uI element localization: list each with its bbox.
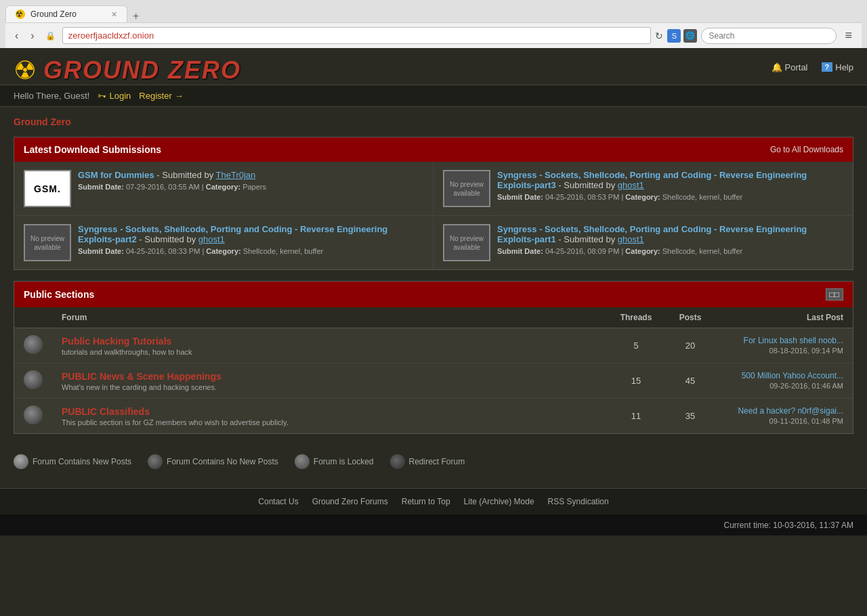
extension-icon-2: 🌐 [683,29,697,43]
forward-button[interactable]: › [26,28,38,43]
download-meta: Submit Date: 07-29-2016, 03:55 AM | Cate… [78,183,423,191]
bottom-bar: Current time: 10-03-2016, 11:37 AM [0,514,867,535]
footer-top-link[interactable]: Return to Top [402,497,450,506]
col-forum-header: Forum [52,307,609,328]
forum-threads-count: 11 [609,399,663,434]
breadcrumb: Ground Zero [14,116,853,127]
browser-menu-button[interactable]: ≡ [841,28,856,43]
forum-name-link[interactable]: PUBLIC News & Scene Happenings [62,371,221,382]
col-last-post-header: Last Post [717,307,853,328]
forum-posts-count: 20 [663,328,717,364]
download-thumbnail: No preview available [443,170,490,207]
last-post-link[interactable]: For Linux bash shell noob... [727,336,843,345]
submitter-name-link[interactable]: ghost1 [618,234,644,244]
login-link[interactable]: 🗝 Login [98,91,131,101]
last-post-date: 09-11-2016, 01:48 PM [769,417,843,425]
downloads-panel: Latest Download Submissions Go to All Do… [14,137,853,270]
forum-desc: tutorials and walkthroughs, how to hack [62,348,599,356]
forum-posts-count: 35 [663,399,717,434]
download-thumbnail: GSM. [24,170,71,207]
browser-tab[interactable]: ☢ Ground Zero ✕ [5,5,127,22]
forum-icon [24,335,43,354]
tab-favicon: ☢ [16,9,25,19]
forum-last-post: 500 Million Yahoo Account... 09-26-2016,… [717,364,853,399]
download-meta: Submit Date: 04-25-2016, 08:09 PM | Cate… [497,247,843,255]
download-submitter: - Submitted by TheTr0jan [156,170,255,180]
browser-search-input[interactable] [701,28,837,44]
public-sections-panel: Public Sections □□ Forum Threads Posts L… [14,281,853,434]
download-info: GSM for Dummies - Submitted by TheTr0jan… [78,170,423,191]
submitter-name-link[interactable]: ghost1 [618,180,644,190]
forum-row: PUBLIC News & Scene Happenings What's ne… [14,364,853,399]
download-item: No preview available Syngress - Sockets,… [434,216,853,269]
no-new-posts-icon [148,454,163,469]
tab-close-button[interactable]: ✕ [111,10,117,19]
download-thumbnail: No preview available [443,224,490,261]
extensions-area: S 🌐 [667,29,697,43]
legend-no-new-posts: Forum Contains No New Posts [148,454,278,469]
download-meta: Submit Date: 04-25-2016, 08:53 PM | Cate… [497,193,843,201]
download-submitter: - Submitted by ghost1 [558,180,643,190]
footer-forums-link[interactable]: Ground Zero Forums [312,497,388,506]
download-info: Syngress - Sockets, Shellcode, Porting a… [497,224,843,255]
download-title-link[interactable]: Syngress - Sockets, Shellcode, Porting a… [78,224,387,244]
new-posts-icon [14,454,28,469]
download-submitter: - Submitted by ghost1 [558,234,643,244]
download-title-link[interactable]: Syngress - Sockets, Shellcode, Porting a… [497,170,807,190]
downloads-grid: GSM. GSM for Dummies - Submitted by TheT… [14,162,853,269]
register-link[interactable]: Register → [139,91,183,101]
download-title-link[interactable]: GSM for Dummies [78,170,154,180]
col-threads-header: Threads [609,307,663,328]
download-item: No preview available Syngress - Sockets,… [14,216,434,269]
address-bar[interactable] [62,27,652,44]
nav-bar: Hello There, Guest! 🗝 Login Register → [0,85,867,107]
forum-name-link[interactable]: Public Hacking Tutorials [62,336,171,347]
forum-icon [24,370,43,389]
header-links: 🔔 Portal ? Help [771,62,853,79]
submitter-name-link[interactable]: TheTr0jan [216,170,256,180]
reload-button[interactable]: ↻ [655,30,663,41]
gsm-logo: GSM. [30,181,65,197]
download-item: No preview available Syngress - Sockets,… [434,162,853,216]
footer-rss-link[interactable]: RSS Syndication [548,497,609,506]
forum-icon [24,405,43,424]
download-info: Syngress - Sockets, Shellcode, Porting a… [497,170,843,201]
forum-legend: Forum Contains New Posts Forum Contains … [14,445,853,479]
bell-icon: 🔔 [771,62,782,72]
download-info: Syngress - Sockets, Shellcode, Porting a… [78,224,423,255]
site-footer: Contact Us Ground Zero Forums Return to … [0,488,867,514]
portal-link[interactable]: 🔔 Portal [771,62,808,72]
extension-icon-1: S [667,29,681,43]
back-button[interactable]: ‹ [11,28,22,43]
footer-archive-link[interactable]: Lite (Archive) Mode [464,497,534,506]
help-link[interactable]: ? Help [822,62,853,72]
forum-last-post: For Linux bash shell noob... 08-18-2016,… [717,328,853,364]
logo-area: ☢ GROUND ZERO [14,56,241,85]
submitter-name-link[interactable]: ghost1 [198,234,225,244]
public-sections-panel-header: Public Sections □□ [14,282,853,307]
legend-new-posts: Forum Contains New Posts [14,454,131,469]
go-to-all-downloads-link[interactable]: Go to All Downloads [770,145,843,154]
forum-desc: What's new in the carding and hacking sc… [62,383,599,391]
forum-name-link[interactable]: PUBLIC Classifieds [62,406,150,417]
footer-contact-link[interactable]: Contact Us [258,497,298,506]
public-sections-title: Public Sections [24,289,94,300]
last-post-date: 09-26-2016, 01:46 AM [769,382,843,390]
radioactive-icon: ☢ [14,58,37,83]
last-post-link[interactable]: Need a hacker? n0rf@sigai... [727,406,843,416]
redirect-icon [390,454,405,469]
current-time: Current time: 10-03-2016, 11:37 AM [724,521,853,530]
tab-title: Ground Zero [30,9,77,19]
lock-icon: 🔒 [43,31,58,41]
forum-row: PUBLIC Classifieds This public section i… [14,399,853,434]
forum-desc: This public section is for GZ members wh… [62,418,599,426]
downloads-panel-header: Latest Download Submissions Go to All Do… [14,137,853,162]
new-tab-button[interactable]: + [127,10,144,22]
collapse-button[interactable]: □□ [826,288,844,301]
forum-table: Forum Threads Posts Last Post Public Hac… [14,307,853,433]
key-icon: 🗝 [98,91,106,101]
forum-posts-count: 45 [663,364,717,399]
last-post-link[interactable]: 500 Million Yahoo Account... [727,371,843,380]
site-logo[interactable]: GROUND ZERO [43,56,241,85]
download-title-link[interactable]: Syngress - Sockets, Shellcode, Porting a… [497,224,807,244]
